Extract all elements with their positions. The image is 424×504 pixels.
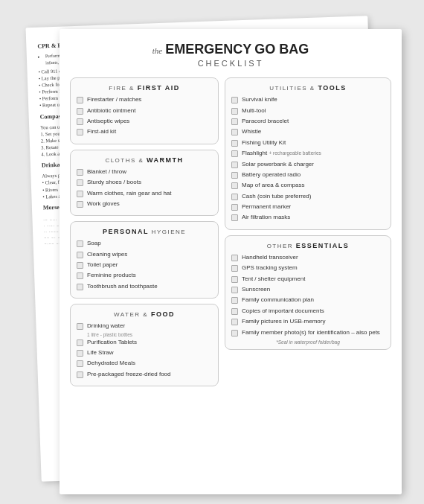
utilities-tools-title: UTILITIES & TOOLS <box>231 84 385 92</box>
label-radio: Battery operated radio <box>242 171 301 179</box>
checkbox-firestarter[interactable] <box>77 97 83 103</box>
personal-hygiene-title: PERSONAL HYGIENE <box>77 228 212 235</box>
fire-first-aid-title: FIRE & FIRST AID <box>77 84 212 92</box>
checkbox-blanket[interactable] <box>77 169 83 176</box>
item-purification: Purification Tablets <box>77 339 212 346</box>
checkbox-documents[interactable] <box>231 308 238 315</box>
checkbox-gps[interactable] <box>231 265 238 272</box>
page-container: CPR & First Aid Perform CPR when person … <box>19 14 405 491</box>
checkbox-antibiotic[interactable] <box>77 108 83 115</box>
label-antiseptic: Antiseptic wipes <box>87 118 129 125</box>
label-marker: Permanent marker <box>242 203 291 211</box>
label-gps: GPS tracking system <box>242 264 298 272</box>
checkbox-toilet-paper[interactable] <box>77 262 83 269</box>
title-emergency: EMERGENCY <box>165 42 251 57</box>
label-sunscreen: Sunscreen <box>242 286 270 293</box>
checkbox-purification[interactable] <box>77 339 83 346</box>
checkbox-firstaid-kit[interactable] <box>77 129 83 135</box>
checkbox-toothbrush[interactable] <box>77 284 83 290</box>
item-fishing: Fishing Utility Kit <box>231 139 385 147</box>
item-dehydrated: Dehydrated Meals <box>77 360 212 367</box>
checkbox-shoes[interactable] <box>77 179 83 186</box>
title-go-bag: GO BAG <box>254 42 309 57</box>
label-photo-id: Family member photo(s) for identificatio… <box>242 329 380 336</box>
label-warm-clothes: Warm clothes, rain gear and hat <box>87 190 172 197</box>
checkbox-marker[interactable] <box>231 204 238 211</box>
checkbox-map[interactable] <box>231 182 238 189</box>
checkbox-powerbank[interactable] <box>231 162 238 168</box>
checkbox-flashlight[interactable] <box>231 150 238 157</box>
checkbox-freeze-dried[interactable] <box>77 371 83 378</box>
label-transceiver: Handheld transceiver <box>242 254 298 261</box>
water-note: 1 litre - plastic bottles <box>87 332 212 337</box>
checkbox-fishing[interactable] <box>231 140 238 147</box>
item-drinking-water: Drinking water <box>77 322 212 330</box>
main-title: the EMERGENCY GO BAG CHECKLIST <box>70 41 391 69</box>
label-air-filtration: Air filtration masks <box>242 214 290 221</box>
item-warm-clothes: Warm clothes, rain gear and hat <box>77 190 212 197</box>
label-paracord: Paracord bracelet <box>242 118 289 125</box>
checkbox-radio[interactable] <box>231 172 238 179</box>
checkbox-air-filtration[interactable] <box>231 214 238 221</box>
item-feminine: Feminine products <box>77 272 212 279</box>
water-food-title: WATER & FOOD <box>77 310 212 318</box>
label-purification: Purification Tablets <box>87 339 137 346</box>
label-tent: Tent / shelter equipment <box>242 275 305 283</box>
item-family-plan: Family communication plan <box>231 296 385 304</box>
label-firstaid-kit: First-aid kit <box>87 128 116 135</box>
checkbox-dehydrated[interactable] <box>77 360 83 367</box>
label-gloves: Work gloves <box>87 200 120 208</box>
item-tent: Tent / shelter equipment <box>231 275 385 283</box>
item-cash: Cash (coin tube preferred) <box>231 193 385 200</box>
checkbox-paracord[interactable] <box>231 118 238 125</box>
item-powerbank: Solar powerbank & charger <box>231 161 385 168</box>
item-documents: Copies of important documents <box>231 307 385 315</box>
checkbox-antiseptic[interactable] <box>77 118 83 125</box>
checkbox-whistle[interactable] <box>231 129 238 135</box>
label-cleaning-wipes: Cleaning wipes <box>87 251 127 258</box>
checkbox-feminine[interactable] <box>77 272 83 279</box>
label-drinking-water: Drinking water <box>87 322 125 330</box>
item-toothbrush: Toothbrush and toothpaste <box>77 283 212 290</box>
item-map: Map of area & compass <box>231 182 385 189</box>
title-the: the <box>152 46 162 55</box>
seal-note: *Seal in waterproof folder/bag <box>231 339 385 345</box>
checkbox-multi-tool[interactable] <box>231 108 238 115</box>
other-essentials-title: OTHER ESSENTIALS <box>231 242 385 249</box>
checkbox-soap[interactable] <box>77 240 83 247</box>
checkbox-photo-id[interactable] <box>231 330 238 336</box>
section-utilities-tools: UTILITIES & TOOLS Survival knife Multi-t… <box>225 77 391 230</box>
section-water-food: WATER & FOOD Drinking water 1 litre - pl… <box>70 304 219 386</box>
checkbox-gloves[interactable] <box>77 201 83 208</box>
label-dehydrated: Dehydrated Meals <box>87 360 135 367</box>
checkbox-life-straw[interactable] <box>77 350 83 357</box>
item-shoes: Sturdy shoes / boots <box>77 179 212 186</box>
item-sunscreen: Sunscreen <box>231 286 385 293</box>
label-family-plan: Family communication plan <box>242 296 314 304</box>
checkbox-drinking-water[interactable] <box>77 323 83 330</box>
checkbox-cash[interactable] <box>231 194 238 200</box>
checkbox-sunscreen[interactable] <box>231 287 238 293</box>
checkbox-survival-knife[interactable] <box>231 97 238 103</box>
item-multi-tool: Multi-tool <box>231 107 385 115</box>
item-survival-knife: Survival knife <box>231 96 385 103</box>
item-radio: Battery operated radio <box>231 171 385 179</box>
label-powerbank: Solar powerbank & charger <box>242 161 314 168</box>
label-blanket: Blanket / throw <box>87 168 126 176</box>
label-map: Map of area & compass <box>242 182 304 189</box>
label-feminine: Feminine products <box>87 272 136 279</box>
item-flashlight: Flashlight + rechargeable batteries <box>231 150 385 157</box>
front-page: the EMERGENCY GO BAG CHECKLIST FIRE & FI… <box>60 29 402 494</box>
checkbox-usb[interactable] <box>231 319 238 325</box>
checkbox-tent[interactable] <box>231 276 238 283</box>
checkbox-cleaning-wipes[interactable] <box>77 252 83 258</box>
label-shoes: Sturdy shoes / boots <box>87 179 141 186</box>
label-freeze-dried: Pre-packaged freeze-dried food <box>87 371 171 378</box>
item-photo-id: Family member photo(s) for identificatio… <box>231 329 385 336</box>
checkbox-warm-clothes[interactable] <box>77 191 83 197</box>
label-usb: Family pictures in USB-memory <box>242 318 325 325</box>
right-column: UTILITIES & TOOLS Survival knife Multi-t… <box>225 77 391 392</box>
checkbox-transceiver[interactable] <box>231 255 238 261</box>
item-soap: Soap <box>77 240 212 247</box>
checkbox-family-plan[interactable] <box>231 297 238 304</box>
